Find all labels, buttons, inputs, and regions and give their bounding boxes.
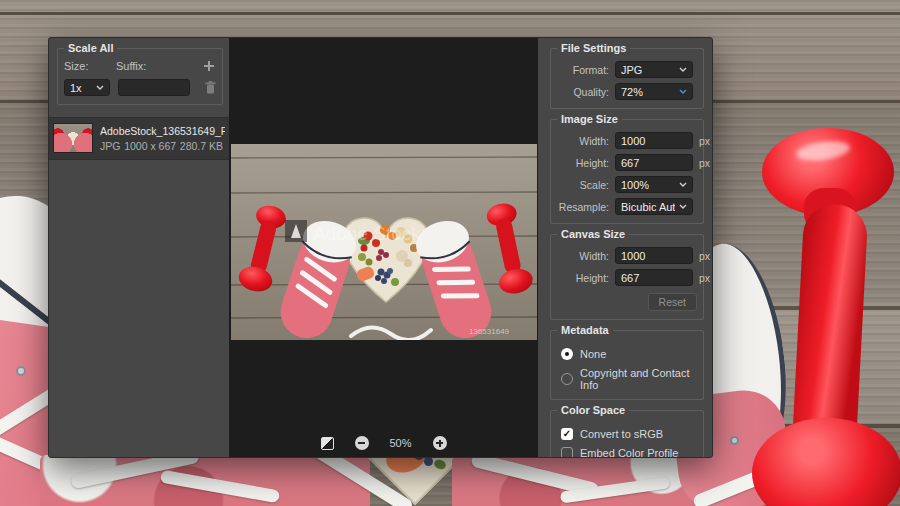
file-meta: JPG 1000 x 667 280.7 KB (100, 140, 225, 152)
image-height-row: Height: px (557, 154, 697, 171)
suffix-label: Suffix: (116, 60, 146, 72)
dumbbell-head (752, 418, 900, 506)
zoom-out-icon[interactable] (354, 436, 368, 450)
width-label: Width: (557, 135, 609, 147)
chevron-down-icon (679, 182, 687, 187)
radio-selected-icon[interactable] (561, 348, 573, 360)
embed-profile-label[interactable]: Embed Color Profile (580, 447, 678, 458)
canvas-height-input[interactable] (615, 269, 693, 286)
height-label: Height: (557, 157, 609, 169)
file-settings-legend: File Settings (557, 42, 630, 54)
watermark-id: 136531649 (469, 327, 510, 336)
chevron-down-icon (679, 67, 687, 72)
canvas-size-section: Canvas Size Width: px Height: px Reset (550, 234, 704, 320)
canvas-width-input[interactable] (615, 247, 693, 264)
zoom-toolbar: 50% (320, 436, 446, 450)
preview-image: Adobe Stock 136531649 (231, 144, 537, 340)
file-size: 280.7 KB (180, 140, 223, 152)
settings-panel: File Settings Format: JPG Quality: 72% (538, 38, 712, 457)
metadata-legend: Metadata (557, 324, 613, 336)
scale-labels-row: Size: Suffix: (64, 59, 216, 73)
metadata-copyright-option[interactable]: Copyright and Contact Info (561, 367, 697, 391)
file-thumbnail (53, 123, 93, 153)
image-height-input[interactable] (615, 154, 693, 171)
resample-value: Bicubic Aut... (621, 201, 675, 213)
scale-select[interactable]: 100% (615, 176, 693, 193)
metadata-none-label[interactable]: None (580, 348, 606, 360)
quality-row: Quality: 72% (557, 83, 697, 100)
embed-profile-option[interactable]: Embed Color Profile (561, 447, 697, 458)
scale-controls-row: 1x (64, 79, 216, 96)
quality-value: 72% (621, 86, 643, 98)
file-name: AdobeStock_136531649_Preview (100, 125, 225, 137)
resample-select[interactable]: Bicubic Aut... (615, 198, 693, 215)
width-label: Width: (557, 250, 609, 262)
blueberry (424, 457, 433, 466)
zoom-level: 50% (389, 437, 411, 449)
file-list-item[interactable]: AdobeStock_136531649_Preview JPG 1000 x … (49, 117, 229, 160)
screen: Scale All Size: Suffix: 1x (0, 0, 900, 506)
scale-all-legend: Scale All (64, 42, 117, 54)
convert-srgb-option[interactable]: Convert to sRGB (561, 428, 697, 440)
color-space-section: Color Space Convert to sRGB Embed Color … (550, 410, 704, 458)
export-as-dialog: Scale All Size: Suffix: 1x (48, 37, 713, 458)
format-label: Format: (557, 64, 609, 76)
scale-label: Scale: (557, 179, 609, 191)
fit-to-view-icon[interactable] (320, 437, 333, 450)
image-width-input[interactable] (615, 132, 693, 149)
metadata-copyright-label[interactable]: Copyright and Contact Info (580, 367, 697, 391)
add-scale-icon[interactable] (202, 59, 216, 73)
right-sneaker-eyelet (730, 436, 739, 445)
canvas-width-row: Width: px (557, 247, 697, 264)
canvas-size-legend: Canvas Size (557, 228, 629, 240)
format-row: Format: JPG (557, 61, 697, 78)
size-label: Size: (64, 60, 116, 72)
quality-select[interactable]: 72% (615, 83, 693, 100)
reset-button[interactable]: Reset (648, 293, 697, 311)
metadata-section: Metadata None Copyright and Contact Info (550, 330, 704, 400)
quality-label: Quality: (557, 86, 609, 98)
file-format: JPG (100, 140, 120, 152)
resample-label: Resample: (557, 201, 609, 213)
file-dimensions: 1000 x 667 (124, 140, 176, 152)
size-select-value: 1x (70, 82, 82, 94)
px-unit: px (699, 272, 710, 284)
left-sneaker-eyelet (16, 366, 26, 376)
checkbox-unchecked-icon[interactable] (561, 447, 573, 458)
zoom-in-icon[interactable] (433, 436, 447, 450)
preview-panel: Adobe Stock 136531649 50% (229, 38, 538, 457)
format-value: JPG (621, 64, 642, 76)
color-space-legend: Color Space (557, 404, 629, 416)
watermark-text: Adobe Stock (313, 223, 421, 244)
px-unit: px (699, 157, 710, 169)
reset-row: Reset (557, 293, 697, 311)
scale-row: Scale: 100% (557, 176, 697, 193)
suffix-input[interactable] (118, 79, 190, 96)
height-label: Height: (557, 272, 609, 284)
chevron-down-icon (679, 204, 687, 209)
image-width-row: Width: px (557, 132, 697, 149)
checkbox-checked-icon[interactable] (561, 428, 573, 440)
chevron-down-icon (96, 85, 104, 90)
radio-unselected-icon[interactable] (561, 373, 573, 385)
file-settings-section: File Settings Format: JPG Quality: 72% (550, 48, 704, 109)
file-info: AdobeStock_136531649_Preview JPG 1000 x … (100, 123, 225, 153)
image-size-legend: Image Size (557, 113, 622, 125)
resample-row: Resample: Bicubic Aut... (557, 198, 697, 215)
scale-value: 100% (621, 179, 649, 191)
trash-icon[interactable] (205, 81, 216, 94)
metadata-none-option[interactable]: None (561, 348, 697, 360)
size-select[interactable]: 1x (64, 79, 110, 96)
scale-all-section: Scale All Size: Suffix: 1x (57, 48, 223, 105)
px-unit: px (699, 135, 710, 147)
chevron-down-icon-blue (679, 89, 687, 94)
px-unit: px (699, 250, 710, 262)
format-select[interactable]: JPG (615, 61, 693, 78)
image-size-section: Image Size Width: px Height: px Scale: 1… (550, 119, 704, 224)
red-dumbbell (752, 120, 900, 506)
canvas-height-row: Height: px (557, 269, 697, 286)
convert-srgb-label[interactable]: Convert to sRGB (580, 428, 663, 440)
scale-panel: Scale All Size: Suffix: 1x (49, 38, 229, 457)
